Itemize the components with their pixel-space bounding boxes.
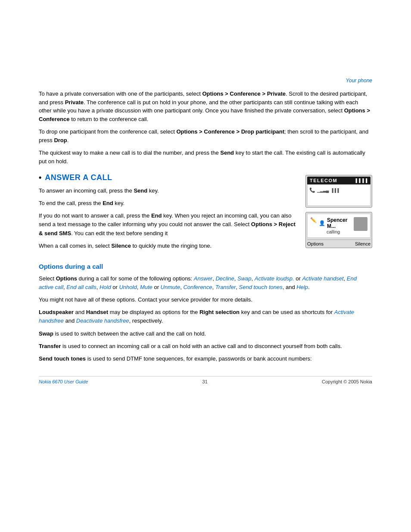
options-para-5: Transfer is used to connect an incoming … bbox=[39, 342, 372, 351]
page: Your phone To have a private conversatio… bbox=[0, 0, 411, 532]
link-unmute[interactable]: Unmute bbox=[161, 284, 181, 290]
footer-left: Nokia 6670 User Guide bbox=[39, 379, 88, 384]
footer-page-number: 31 bbox=[202, 379, 208, 384]
softkey-silence: Silence bbox=[355, 241, 371, 246]
content-area: Your phone To have a private conversatio… bbox=[0, 0, 411, 410]
screen-battery: ▐▐▐ bbox=[330, 188, 339, 193]
link-activate-handset[interactable]: Activate handset bbox=[302, 275, 343, 282]
link-conference[interactable]: Conference bbox=[183, 284, 212, 290]
caller-photo bbox=[354, 217, 367, 231]
softkeys-bar: Options Silence bbox=[307, 240, 371, 246]
softkey-options: Options bbox=[307, 241, 324, 246]
options-para-4: Swap is used to switch between the activ… bbox=[39, 330, 372, 338]
answer-call-text: • ANSWER A CALL To answer an incoming ca… bbox=[39, 173, 297, 254]
page-label-text: Your phone bbox=[346, 78, 372, 84]
caller-contact-icon: 👤 bbox=[319, 220, 325, 226]
options-para-6: Send touch tones is used to send DTMF to… bbox=[39, 355, 372, 363]
options-para-2: You might not have all of these options.… bbox=[39, 296, 372, 304]
link-help[interactable]: Help bbox=[296, 284, 308, 290]
page-label: Your phone bbox=[39, 78, 372, 84]
link-transfer[interactable]: Transfer bbox=[215, 284, 236, 290]
options-during-title: Options during a call bbox=[39, 263, 372, 270]
options-para-1: Select Options during a call for some of… bbox=[39, 274, 372, 292]
answer-para-4: When a call comes in, select Silence to … bbox=[39, 242, 297, 250]
footer-copyright: Copyright © 2005 Nokia bbox=[322, 379, 372, 384]
options-para-3: Loudspeaker and Handset may be displayed… bbox=[39, 308, 372, 325]
link-answer[interactable]: Answer bbox=[194, 275, 212, 282]
link-unhold[interactable]: Unhold bbox=[119, 284, 137, 290]
link-deactivate-handsfree[interactable]: Deactivate handsfree bbox=[76, 317, 129, 324]
answer-para-3: If you do not want to answer a call, pre… bbox=[39, 212, 297, 237]
link-end-all[interactable]: End all calls bbox=[66, 284, 96, 290]
intro-para-1: To have a private conversation with one … bbox=[39, 90, 372, 123]
screen-icon-1: 📞 bbox=[309, 187, 315, 193]
answer-para-1: To answer an incoming call, press the Se… bbox=[39, 187, 297, 195]
answer-call-section: • ANSWER A CALL To answer an incoming ca… bbox=[39, 173, 372, 254]
answer-para-2: To end the call, press the End key. bbox=[39, 199, 297, 208]
link-send-touch[interactable]: Send touch tones bbox=[239, 284, 283, 290]
pencil-icon: ✏️ bbox=[310, 217, 317, 223]
link-mute[interactable]: Mute bbox=[140, 284, 153, 290]
phone-screen-mockup: TELECOM ▐▐▐▐ 📞 ▁▂▃▄ ▐▐▐ bbox=[305, 175, 372, 254]
bullet-dot: • bbox=[39, 173, 41, 182]
caller-status: calling bbox=[319, 229, 352, 234]
intro-para-3: The quickest way to make a new call is t… bbox=[39, 149, 372, 165]
link-hold[interactable]: Hold bbox=[100, 284, 111, 290]
telecom-label: TELECOM bbox=[310, 178, 337, 183]
answer-call-title: ANSWER A CALL bbox=[45, 173, 112, 182]
telecom-signal-icon: ▐▐▐▐ bbox=[354, 178, 368, 183]
link-decline[interactable]: Decline bbox=[215, 275, 234, 282]
options-during-section: Options during a call Select Options dur… bbox=[39, 263, 372, 363]
link-swap[interactable]: Swap bbox=[237, 275, 252, 282]
link-activate-loudsp[interactable]: Activate loudsp. bbox=[255, 275, 294, 282]
footer: Nokia 6670 User Guide 31 Copyright © 200… bbox=[39, 376, 372, 384]
intro-para-2: To drop one participant from the confere… bbox=[39, 128, 372, 144]
answer-call-heading: • ANSWER A CALL bbox=[39, 173, 297, 182]
screen-signal-bars: ▁▂▃▄ bbox=[317, 188, 329, 193]
caller-name: Spencer M... bbox=[327, 217, 352, 229]
